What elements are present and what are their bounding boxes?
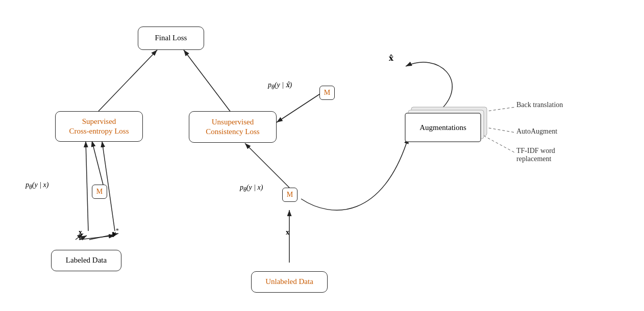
unsupervised-loss-label: UnsupervisedConsistency Loss	[206, 117, 259, 137]
augmentations-label: Augmentations	[405, 113, 481, 142]
diagram: Final Loss SupervisedCross-entropy Loss …	[0, 0, 644, 311]
p-theta-supervised-label: pθ(y | x)	[26, 181, 48, 191]
svg-line-2	[98, 50, 157, 111]
m-node-supervised: M	[92, 185, 107, 199]
x-unlabeled-label: x	[286, 228, 289, 237]
back-translation-label: Back translation	[516, 101, 563, 109]
m-node-unsupervised-bottom: M	[282, 188, 298, 202]
unlabeled-data-node: Unlabeled Data	[251, 271, 328, 293]
unlabeled-data-label: Unlabeled Data	[265, 277, 313, 287]
svg-line-13	[277, 90, 326, 122]
supervised-loss-label: SupervisedCross-entropy Loss	[69, 117, 129, 137]
final-loss-label: Final Loss	[155, 33, 187, 43]
svg-line-4	[92, 141, 103, 185]
x-labeled-label: x	[79, 228, 82, 237]
p-theta-unsupervised-top-label: pθ(y | x̂)	[268, 81, 292, 91]
m-node-unsupervised-top: M	[319, 86, 335, 100]
svg-line-5	[86, 141, 88, 231]
x-hat-label: x̂	[389, 54, 393, 63]
m-letter-supervised: M	[96, 188, 103, 196]
svg-line-12	[245, 143, 289, 188]
m-letter-unsupervised-bottom: M	[287, 191, 293, 199]
svg-line-3	[184, 50, 233, 115]
labeled-data-node: Labeled Data	[51, 250, 121, 271]
y-star-label: y*	[112, 227, 119, 238]
autoaugment-label: AutoAugment	[516, 127, 557, 136]
svg-line-16	[480, 134, 515, 153]
p-theta-unsupervised-bottom-label: pθ(y | x)	[240, 184, 263, 193]
svg-line-8	[79, 236, 115, 240]
labeled-data-label: Labeled Data	[66, 255, 107, 266]
unsupervised-loss-node: UnsupervisedConsistency Loss	[189, 111, 277, 143]
augmentations-text: Augmentations	[419, 123, 466, 132]
final-loss-node: Final Loss	[138, 27, 204, 50]
m-letter-unsupervised-top: M	[324, 89, 330, 97]
tfidf-label: TF-IDF wordreplacement	[516, 147, 555, 163]
supervised-loss-node: SupervisedCross-entropy Loss	[55, 111, 143, 142]
